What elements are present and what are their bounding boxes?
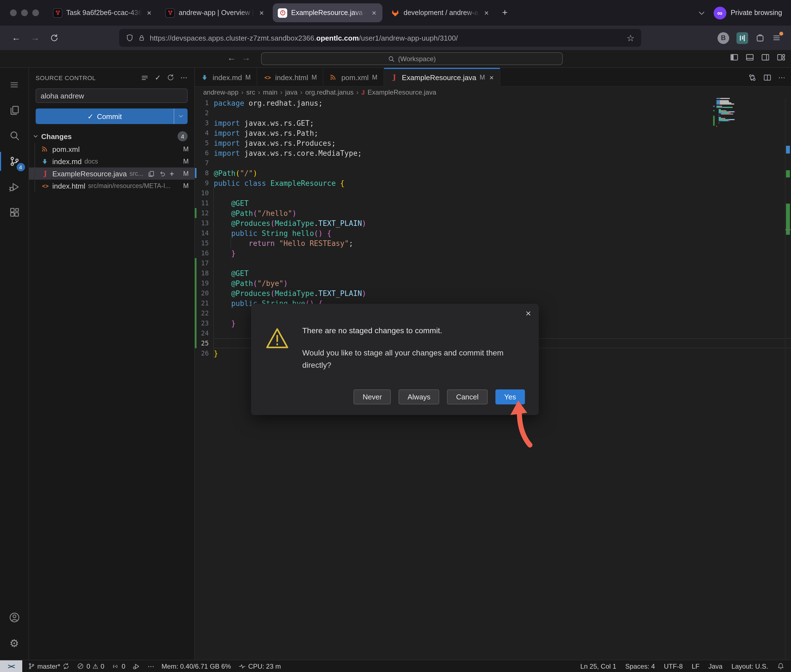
code-line[interactable]: 4import javax.ws.rs.Path;: [195, 128, 791, 138]
account-icon[interactable]: [2, 605, 26, 630]
code-line[interactable]: 18 @GET: [195, 268, 791, 278]
explorer-icon[interactable]: [2, 98, 26, 122]
refresh-icon[interactable]: [167, 74, 174, 81]
editor-back-icon[interactable]: ←: [227, 53, 236, 63]
stage-changes-icon[interactable]: +: [170, 169, 174, 178]
remote-indicator[interactable]: ><: [0, 660, 22, 672]
settings-gear-icon[interactable]: ⚙: [2, 631, 26, 655]
minimap[interactable]: [716, 98, 751, 127]
menu-hamburger-icon[interactable]: [2, 72, 26, 97]
reload-button[interactable]: [45, 29, 63, 46]
breadcrumb-segment[interactable]: andrew-app: [203, 88, 239, 96]
editor-tab-ExampleResource.java[interactable]: JExampleResource.javaM×: [384, 68, 501, 87]
lock-icon[interactable]: [138, 34, 145, 42]
cancel-button[interactable]: Cancel: [447, 389, 488, 405]
cursor-position[interactable]: Ln 25, Col 1: [580, 662, 616, 670]
changes-section-header[interactable]: Changes 4: [29, 130, 194, 143]
bookmark-star-icon[interactable]: ☆: [626, 32, 635, 43]
editor-tab-index.html[interactable]: <>index.htmlM: [257, 68, 324, 87]
tab-close-icon[interactable]: ×: [146, 8, 152, 17]
code-line[interactable]: 19 @Path("/bye"): [195, 278, 791, 288]
code-line[interactable]: 1package org.redhat.janus;: [195, 98, 791, 108]
file-row-index.html[interactable]: <>index.htmlsrc/main/resources/META-I...…: [29, 180, 194, 192]
keyboard-layout[interactable]: Layout: U.S.: [732, 662, 768, 670]
toggle-panel-icon[interactable]: [745, 53, 754, 62]
open-file-icon[interactable]: [147, 170, 154, 177]
app-menu-icon[interactable]: [772, 34, 781, 42]
view-as-list-icon[interactable]: [141, 74, 149, 82]
tab-close-icon[interactable]: ×: [483, 8, 490, 17]
tab-list-chevron-down-icon[interactable]: [697, 9, 706, 17]
code-line[interactable]: 7: [195, 158, 791, 168]
debug-status-icon[interactable]: [133, 662, 140, 670]
extensions-sidebar-icon[interactable]: [2, 200, 26, 225]
tracking-shield-icon[interactable]: [126, 34, 133, 42]
code-line[interactable]: 12 @Path("/hello"): [195, 208, 791, 218]
run-debug-icon[interactable]: [2, 175, 26, 199]
dialog-close-icon[interactable]: ×: [525, 308, 531, 319]
code-line[interactable]: 10: [195, 188, 791, 198]
commit-message-input[interactable]: [35, 88, 188, 103]
new-tab-button[interactable]: +: [502, 7, 508, 18]
branch-indicator[interactable]: master*: [28, 662, 70, 670]
customize-layout-icon[interactable]: [777, 53, 785, 62]
source-control-icon[interactable]: 4: [2, 149, 26, 174]
bitwarden-extension-icon[interactable]: B: [717, 32, 729, 44]
file-row-ExampleResource.java[interactable]: JExampleResource.javasrc...+M: [29, 168, 194, 180]
code-line[interactable]: 2: [195, 108, 791, 118]
tab-close-icon[interactable]: ×: [371, 8, 377, 17]
code-line[interactable]: 6import javax.ws.rs.core.MediaType;: [195, 148, 791, 158]
breadcrumb-segment[interactable]: src: [246, 88, 255, 96]
commit-button[interactable]: ✓Commit: [35, 109, 188, 124]
code-line[interactable]: 14 public String hello() {: [195, 228, 791, 238]
file-row-pom.xml[interactable]: pom.xmlM: [29, 143, 194, 155]
browser-tab[interactable]: Task 9a6f2be6-ccac-436b-923×: [48, 3, 157, 22]
file-row-index.md[interactable]: index.mddocsM: [29, 155, 194, 168]
toggle-sidebar-icon[interactable]: [730, 53, 739, 62]
code-line[interactable]: 15 return "Hello RESTEasy";: [195, 238, 791, 248]
window-controls[interactable]: [10, 10, 39, 16]
problems-indicator[interactable]: 0 ⚠ 0: [77, 662, 104, 670]
ports-indicator[interactable]: 0: [112, 662, 125, 670]
discard-changes-icon[interactable]: [158, 170, 165, 177]
editor-tab-index.md[interactable]: index.mdM: [195, 68, 257, 87]
minimize-window-icon[interactable]: [21, 10, 28, 16]
code-line[interactable]: 8@Path("/"): [195, 168, 791, 178]
indentation-setting[interactable]: Spaces: 4: [625, 662, 655, 670]
encoding-setting[interactable]: UTF-8: [664, 662, 683, 670]
notifications-bell-icon[interactable]: [777, 662, 784, 670]
browser-tab[interactable]: development / andrew-app · Git×: [385, 3, 495, 22]
editor-tab-pom.xml[interactable]: pom.xmlM: [323, 68, 384, 87]
breadcrumb-segment[interactable]: java: [285, 88, 297, 96]
code-line[interactable]: 3import javax.ws.rs.GET;: [195, 118, 791, 128]
more-actions-icon[interactable]: ⋯: [180, 74, 188, 82]
code-line[interactable]: 17: [195, 258, 791, 268]
url-bar[interactable]: https://devspaces.apps.cluster-z7zmt.san…: [119, 29, 641, 47]
url-text[interactable]: https://devspaces.apps.cluster-z7zmt.san…: [150, 34, 458, 42]
code-line[interactable]: 16 }: [195, 248, 791, 258]
search-sidebar-icon[interactable]: [2, 123, 26, 148]
containers-extension-icon[interactable]: [736, 32, 748, 44]
tab-close-icon[interactable]: ×: [258, 8, 265, 17]
eol-setting[interactable]: LF: [692, 662, 700, 670]
never-button[interactable]: Never: [354, 389, 391, 405]
code-line[interactable]: 20 @Produces(MediaType.TEXT_PLAIN): [195, 288, 791, 298]
memory-indicator[interactable]: Mem: 0.40/6.71 GB 6%: [161, 662, 231, 670]
editor-more-actions-icon[interactable]: ⋯: [778, 73, 785, 82]
back-button[interactable]: ←: [7, 29, 26, 46]
commit-check-icon[interactable]: ✓: [155, 74, 161, 82]
browser-tab[interactable]: andrew-app | Overview | Red Ha×: [160, 3, 270, 22]
cpu-indicator[interactable]: CPU: 23 m: [238, 662, 281, 670]
more-status-icon[interactable]: ⋯: [148, 662, 154, 670]
breadcrumb[interactable]: andrew-app›src›main›java›org.redhat.janu…: [195, 87, 791, 98]
maximize-window-icon[interactable]: [32, 10, 39, 16]
always-button[interactable]: Always: [399, 389, 439, 405]
workspace-search-box[interactable]: (Workspace): [261, 52, 563, 65]
breadcrumb-segment[interactable]: main: [263, 88, 278, 96]
open-changes-diff-icon[interactable]: [748, 73, 756, 82]
browser-tab[interactable]: ExampleResource.java — (Works×: [273, 3, 382, 22]
commit-dropdown-chevron-icon[interactable]: [174, 109, 188, 124]
split-editor-icon[interactable]: [763, 73, 772, 82]
breadcrumb-file[interactable]: ExampleResource.java: [367, 88, 436, 96]
breadcrumb-segment[interactable]: org.redhat.janus: [305, 88, 353, 96]
